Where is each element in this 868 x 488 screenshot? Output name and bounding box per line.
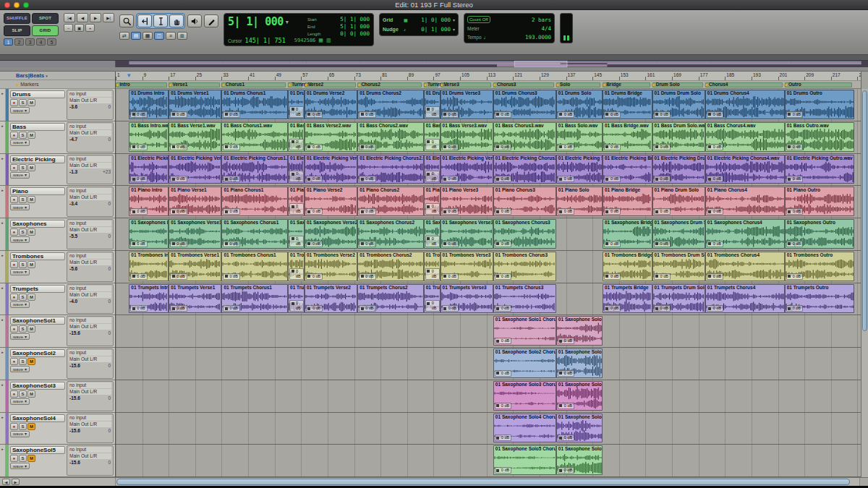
region-gain-badge[interactable]: 0 dB (170, 273, 187, 280)
marker-chorus1[interactable]: ◆Chorus1 (221, 82, 244, 87)
track-lane-drums[interactable]: 01 Drums Intro0 dB01 Drums Verse10 dB01 … (116, 89, 861, 121)
region-gain-badge[interactable]: 0 dB (707, 176, 723, 182)
volume-display[interactable]: -3.6 (69, 104, 77, 109)
track-collapse-icon[interactable]: ▸ (0, 348, 6, 380)
region-gain-badge[interactable]: 0 dB (654, 111, 671, 118)
region-gain-badge[interactable]: 0 dB (495, 273, 511, 280)
timebase-dropdown-icon[interactable]: ▾ (46, 74, 48, 78)
track-name[interactable]: SaxophoneSol5 (10, 446, 65, 454)
region-gain-badge[interactable]: 0 dB (558, 111, 574, 118)
audio-region[interactable]: 01 Trumpets Drum Solo0 dB (652, 284, 705, 314)
region-gain-badge[interactable]: 0 dB (604, 208, 621, 215)
zoom-arrow-button-4[interactable]: ▶| (103, 13, 114, 22)
region-gain-badge[interactable]: 0 dB (425, 139, 440, 150)
nudge-setting[interactable]: Nudge ♪ 0| 1| 000 ▾ (383, 26, 455, 33)
region-gain-badge[interactable]: 0 dB (495, 208, 511, 215)
track-lane-saxophonesol5[interactable]: 01 Saxophone Solo5 Chorus30 dB01 Saxopho… (116, 445, 861, 477)
vertical-scrollbar[interactable] (861, 89, 868, 477)
output-selector[interactable]: Main Out L/R (69, 324, 111, 330)
region-gain-badge[interactable]: 0 dB (359, 176, 375, 182)
audio-region[interactable]: 01 Piano Chorus10 dB (221, 187, 288, 216)
region-gain-badge[interactable]: 0 dB (707, 241, 723, 247)
audio-region[interactable]: 01 Saxophone Solo4 Chorus30 dB (493, 414, 556, 443)
region-gain-badge[interactable]: 0 dB (786, 144, 803, 150)
audio-region[interactable]: 01 Drums Chorus10 dB (221, 90, 288, 119)
scroll-left-button[interactable]: ◀ (2, 479, 10, 485)
region-gain-badge[interactable]: 0 dB (170, 208, 187, 215)
marker-drum-solo[interactable]: ◆Drum Solo (652, 82, 680, 87)
mute-button[interactable]: M (27, 132, 35, 139)
markers-label[interactable]: Markers (20, 82, 38, 87)
region-gain-badge[interactable]: 0 dB (495, 403, 511, 409)
marker-chorus4[interactable]: ◆Chorus4 (705, 82, 728, 87)
audio-region[interactable]: 01 Drums Chorus30 dB (493, 90, 556, 119)
volume-display[interactable]: -1.3 (69, 169, 77, 174)
track-name[interactable]: Trombones (10, 252, 65, 260)
region-gain-badge[interactable]: 0 dB (425, 106, 440, 118)
audio-region[interactable]: 01 Saxophones Verse10 dB (169, 219, 221, 249)
bars-beats-ruler[interactable]: 1917253341495765738189971051131211291371… (116, 72, 861, 81)
audio-region[interactable]: 01 Electric Picking Bridge.wav0 dB (603, 155, 652, 184)
marker-verse1[interactable]: ◆Verse1 (169, 82, 187, 87)
input-selector[interactable]: no input (69, 286, 111, 291)
edit-toggle-2[interactable]: ▤ (131, 32, 141, 40)
input-selector[interactable]: no input (69, 317, 111, 323)
track-view-selector[interactable]: wave▾ (10, 140, 30, 146)
input-selector[interactable]: no input (69, 188, 111, 194)
track-lane-trombones[interactable]: 01 Trombones Intro0 dB01 Trombones Verse… (116, 251, 861, 283)
grid-dropdown-icon[interactable]: ▾ (453, 17, 455, 22)
audio-region[interactable]: 01 Saxophones Turnrnd10 dB (288, 219, 305, 249)
audio-region[interactable]: 01 Piano Verse20 dB (305, 187, 357, 216)
volume-display[interactable]: -5.6 (69, 266, 77, 271)
region-gain-badge[interactable]: 0 dB (289, 106, 304, 118)
volume-display[interactable]: -3.4 (69, 201, 77, 206)
solo-button[interactable]: S (19, 358, 27, 365)
region-gain-badge[interactable]: 0 dB (359, 144, 375, 150)
pan-display[interactable]: 0 (108, 330, 111, 335)
region-gain-badge[interactable]: 0 dB (558, 467, 574, 474)
track-view-selector[interactable]: wave▾ (10, 204, 30, 210)
input-selector[interactable]: no input (69, 447, 111, 453)
region-gain-badge[interactable]: 0 dB (495, 111, 511, 118)
record-arm-button[interactable]: ● (10, 196, 18, 203)
marker-intro[interactable]: ◆Intro (116, 82, 130, 87)
region-gain-badge[interactable]: 0 dB (223, 273, 239, 280)
region-gain-badge[interactable]: 0 dB (289, 203, 304, 215)
audio-region[interactable]: 01 Trumpets Chorus20 dB (357, 284, 424, 314)
count-off-button[interactable]: Count Off (467, 16, 490, 23)
audio-region[interactable]: 01 Drums Outro0 dB (785, 90, 854, 119)
track-view-selector[interactable]: wave▾ (10, 172, 30, 179)
track-collapse-icon[interactable]: ▸ (0, 154, 6, 186)
audio-region[interactable]: 01 Trumpets Chorus40 dB (705, 284, 785, 314)
track-name[interactable]: Electric Picking (10, 155, 65, 163)
region-gain-badge[interactable]: 0 dB (425, 268, 440, 280)
audio-region[interactable]: 01 Saxophones Chorus20 dB (357, 219, 424, 249)
track-name[interactable]: Saxophones (10, 220, 65, 228)
audio-region[interactable]: 01 Trombones Turnrnd10 dB (288, 252, 305, 281)
track-collapse-icon[interactable]: ▸ (0, 251, 6, 283)
track-lane-saxophonesol3[interactable]: 01 Saxophone Solo3 Chorus30 dB01 Saxopho… (116, 380, 861, 413)
tempo-value[interactable]: 193.0000 (525, 34, 551, 40)
playhead-marker[interactable]: ▼ (126, 72, 132, 80)
solo-button[interactable]: S (19, 164, 27, 171)
record-arm-button[interactable]: ● (10, 325, 18, 333)
region-gain-badge[interactable]: 0 dB (223, 208, 239, 215)
region-gain-badge[interactable]: 0 dB (306, 144, 323, 150)
audio-region[interactable]: 01 Bass Solo.wav0 dB (556, 122, 603, 152)
audio-region[interactable]: 01 Electric Picking Verse1.wav0 dB (169, 155, 221, 184)
track-lane-saxophonesol4[interactable]: 01 Saxophone Solo4 Chorus30 dB01 Saxopho… (116, 413, 861, 445)
output-selector[interactable]: Main Out L/R (69, 453, 111, 459)
solo-button[interactable]: S (19, 455, 27, 462)
audio-region[interactable]: 01 Saxophone Solo3 Chorus30 dB (493, 381, 556, 411)
track-lane-saxophonesol1[interactable]: 01 Saxophone Solo1 Chorus30 dB01 Saxopho… (116, 315, 861, 348)
mode-button-slip[interactable]: SLIP (4, 25, 30, 36)
region-gain-badge[interactable]: 0 dB (130, 144, 147, 150)
audio-region[interactable]: 01 Electric Picking Solo.wav0 dB (556, 155, 603, 184)
audio-region[interactable]: 01 Saxophones Chorus40 dB (705, 219, 785, 249)
solo-button[interactable]: S (19, 228, 27, 236)
volume-display[interactable]: -15.6 (69, 428, 80, 433)
zoomer-tool[interactable] (119, 14, 134, 27)
track-name[interactable]: SaxophoneSol1 (10, 317, 65, 325)
region-gain-badge[interactable]: 0 dB (786, 208, 803, 215)
audio-region[interactable]: 01 Trombones Chorus30 dB (493, 252, 556, 281)
